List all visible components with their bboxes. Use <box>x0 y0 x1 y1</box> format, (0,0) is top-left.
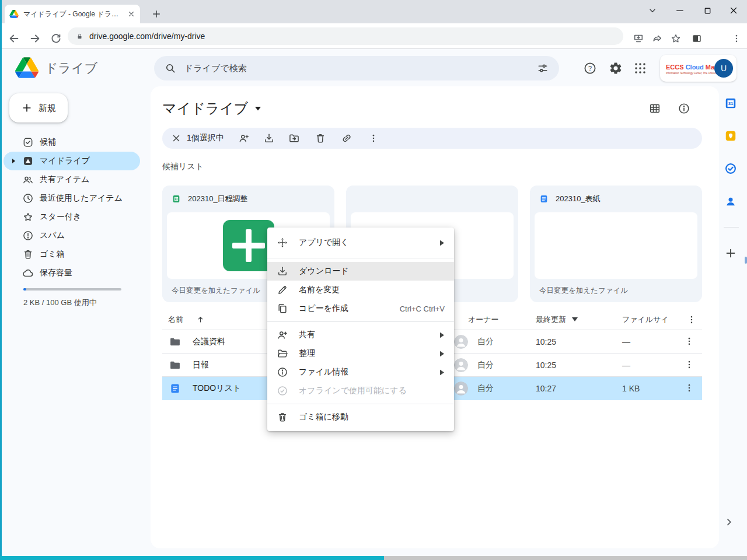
owner-avatar <box>454 382 468 396</box>
install-icon[interactable] <box>629 29 648 48</box>
window-minimize-button[interactable] <box>668 0 692 21</box>
menu-item-share[interactable]: 共有 <box>267 326 454 344</box>
trash-selection-icon[interactable] <box>315 132 326 144</box>
search-input[interactable]: ドライブで検索 <box>154 56 559 80</box>
lock-icon <box>76 33 83 40</box>
header-owner[interactable]: オーナー <box>468 314 499 325</box>
sidebar-item-recent[interactable]: 最近使用したアイテム <box>4 189 140 208</box>
bookmark-star-icon[interactable] <box>666 29 685 48</box>
new-tab-button[interactable] <box>147 4 166 24</box>
sheets-file-icon <box>172 194 181 204</box>
tab-close-icon[interactable] <box>127 10 135 18</box>
more-actions-kebab-icon[interactable] <box>368 132 379 144</box>
tab-search-chevron-icon[interactable] <box>641 0 664 21</box>
row-more-kebab-icon[interactable] <box>684 383 696 394</box>
selection-count: 1個選択中 <box>187 133 224 144</box>
storage-usage-text: 2 KB / 100 GB 使用中 <box>23 298 97 308</box>
title-dropdown-caret-icon[interactable] <box>255 107 261 111</box>
tasks-icon[interactable] <box>724 162 737 175</box>
settings-gear-icon[interactable] <box>609 61 623 75</box>
copy-icon <box>277 303 288 314</box>
back-button[interactable] <box>5 29 23 48</box>
row-more-kebab-icon[interactable] <box>684 336 696 348</box>
submenu-arrow-icon <box>439 332 445 338</box>
sort-descending-caret-icon[interactable] <box>572 317 578 322</box>
header-more-kebab-icon[interactable] <box>686 314 697 325</box>
apps-grid-icon[interactable] <box>633 61 647 75</box>
folder-icon <box>169 336 181 348</box>
browser-window: マイドライブ - Google ドライブ <box>0 0 747 560</box>
sidebar-item-storage[interactable]: 保存容量 <box>4 264 140 282</box>
share-icon[interactable] <box>648 29 666 48</box>
file-card-docs[interactable]: 202310_表紙 今日変更を加えたファイル <box>530 186 702 302</box>
download-icon <box>277 265 288 277</box>
url-text: drive.google.com/drive/my-drive <box>89 32 205 41</box>
drive-app: ドライブ ドライブで検索 ? ECCS Cloud Mail Informati… <box>0 49 747 560</box>
trash-icon <box>277 411 288 423</box>
eccs-brand-subline: Information Technology Center, The Unive… <box>666 72 714 75</box>
help-icon[interactable]: ? <box>583 61 597 75</box>
scrollbar-thumb[interactable] <box>745 257 747 264</box>
clear-selection-icon[interactable] <box>170 132 182 144</box>
open-with-icon <box>277 237 288 249</box>
header-modified[interactable]: 最終更新 <box>536 314 566 325</box>
side-panel-icon[interactable] <box>687 29 706 48</box>
keep-icon[interactable] <box>724 130 737 142</box>
window-close-button[interactable] <box>722 0 745 21</box>
docs-file-icon <box>539 194 549 204</box>
account-avatar[interactable]: U <box>714 59 733 78</box>
browser-menu-kebab-icon[interactable] <box>727 29 746 48</box>
forward-button[interactable] <box>26 29 44 48</box>
sheets-thumbnail-glyph <box>223 220 274 271</box>
sidebar-item-starred[interactable]: スター付き <box>4 208 140 226</box>
search-icon <box>165 62 176 74</box>
sidebar-item-spam[interactable]: スパム <box>4 226 140 245</box>
menu-item-download[interactable]: ダウンロード <box>267 262 454 281</box>
page-title-row[interactable]: マイドライブ <box>162 99 261 118</box>
context-menu: アプリで開く ダウンロード 名前を変更 コピーを作成 <box>267 228 454 431</box>
header-name[interactable]: 名前 <box>168 314 183 325</box>
cloud-icon <box>22 267 34 279</box>
expand-caret-icon[interactable] <box>11 158 16 164</box>
address-bar[interactable]: drive.google.com/drive/my-drive <box>68 27 623 45</box>
menu-item-file-info[interactable]: ファイル情報 <box>267 363 454 382</box>
share-person-add-icon[interactable] <box>238 132 250 144</box>
window-maximize-button[interactable] <box>696 0 719 21</box>
contacts-icon[interactable] <box>724 195 737 208</box>
account-badge[interactable]: ECCS Cloud Mail Information Technology C… <box>660 55 736 82</box>
menu-item-make-copy[interactable]: コピーを作成 Ctrl+C Ctrl+V <box>267 299 454 318</box>
download-icon[interactable] <box>263 132 275 144</box>
drive-favicon <box>9 10 19 18</box>
details-info-icon[interactable] <box>677 102 691 116</box>
browser-tab[interactable]: マイドライブ - Google ドライブ <box>5 5 140 23</box>
reload-button[interactable] <box>47 29 65 48</box>
page-title: マイドライブ <box>162 99 248 118</box>
sort-ascending-arrow-icon[interactable] <box>196 315 205 324</box>
menu-divider <box>267 404 454 404</box>
clock-icon <box>22 192 34 204</box>
card-caption: 今日変更を加えたファイル <box>172 286 260 296</box>
menu-item-rename[interactable]: 名前を変更 <box>267 281 454 299</box>
new-button[interactable]: 新規 <box>9 93 68 123</box>
star-icon <box>22 211 34 223</box>
my-drive-icon <box>22 155 34 167</box>
menu-item-open-with[interactable]: アプリで開く <box>267 231 454 254</box>
sidebar-item-trash[interactable]: ゴミ箱 <box>4 245 140 264</box>
browser-toolbar: drive.google.com/drive/my-drive U <box>0 23 747 49</box>
menu-item-organize[interactable]: 整理 <box>267 344 454 363</box>
menu-item-move-to-trash[interactable]: ゴミ箱に移動 <box>267 408 454 426</box>
grid-view-toggle-icon[interactable] <box>648 102 662 116</box>
show-side-panel-chevron-icon[interactable] <box>722 516 735 528</box>
search-options-tune-icon[interactable] <box>537 62 549 74</box>
sidebar-item-shared[interactable]: 共有アイテム <box>4 170 140 189</box>
get-add-ons-plus-icon[interactable] <box>724 247 737 260</box>
move-to-folder-icon[interactable] <box>288 132 300 144</box>
copy-link-icon[interactable] <box>341 132 352 144</box>
sidebar-item-my-drive[interactable]: マイドライブ <box>4 152 140 170</box>
new-button-label: 新規 <box>39 103 56 114</box>
sidebar-item-suggested[interactable]: 候補 <box>4 133 140 152</box>
calendar-icon[interactable]: 31 <box>724 97 737 110</box>
card-title: 202310_日程調整 <box>188 194 248 204</box>
row-more-kebab-icon[interactable] <box>684 359 696 371</box>
header-size[interactable]: ファイルサイ <box>622 314 669 325</box>
